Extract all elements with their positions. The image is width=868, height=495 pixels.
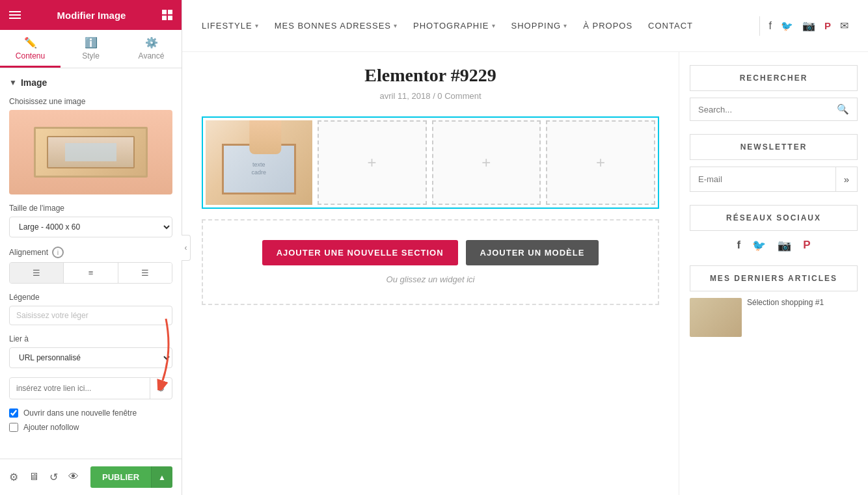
alignment-label: Alignement [9, 248, 48, 257]
link-input-group: ⚙ [9, 377, 172, 399]
add-model-btn[interactable]: AJOUTER UN MODÈLE [466, 240, 599, 265]
image-preview[interactable] [9, 110, 172, 194]
add-section-btn[interactable]: AJOUTER UNE NOUVELLE SECTION [262, 240, 458, 265]
facebook-sidebar-icon[interactable]: f [737, 239, 740, 252]
panel-header: Modifier Image [0, 0, 182, 30]
recent-articles-preview: Sélection shopping #1 [690, 298, 858, 337]
panel-tabs: ✏️ Contenu ℹ️ Style ⚙️ Avancé [0, 30, 182, 68]
top-nav: LIFESTYLE ▾ MES BONNES ADRESSES ▾ PHOTOG… [182, 0, 868, 52]
recent-articles-widget: MES DERNIERS ARTICLES Sélection shopping… [690, 265, 858, 337]
gallery-item-4[interactable]: + [546, 120, 655, 205]
alignment-info-icon: i [52, 247, 64, 258]
instagram-sidebar-icon[interactable]: 📷 [778, 239, 791, 252]
tab-style-label: Style [82, 51, 100, 60]
tab-contenu[interactable]: ✏️ Contenu [0, 30, 61, 68]
photographie-chevron-icon: ▾ [492, 22, 496, 29]
twitter-nav-icon[interactable]: 🐦 [781, 20, 793, 32]
nav-social-icons: f 🐦 📷 P ✉ [769, 20, 848, 32]
email-input[interactable] [690, 168, 835, 191]
panel-footer: ⚙ 🖥 ↺ 👁 PUBLIER ▲ [0, 459, 182, 495]
image-box [34, 127, 148, 178]
tab-style[interactable]: ℹ️ Style [61, 30, 121, 68]
link-type-select[interactable]: URL personnalisé Media File None [9, 347, 172, 368]
pinterest-sidebar-icon[interactable]: P [803, 239, 810, 252]
gallery-item-1[interactable]: textecadre [206, 120, 312, 205]
panel-content: ▼ Image Choisissez une image [0, 68, 182, 459]
shopping-chevron-icon: ▾ [563, 22, 567, 29]
search-box: 🔍 [690, 98, 858, 121]
link-input[interactable] [10, 379, 150, 398]
align-left-btn[interactable]: ☰ [10, 263, 64, 283]
facebook-nav-icon[interactable]: f [769, 20, 772, 32]
post-meta: avril 11, 2018 / 0 Comment [202, 91, 659, 101]
size-label: Taille de l'image [9, 204, 172, 213]
email-submit-btn[interactable]: » [835, 167, 857, 191]
recent-article-thumb[interactable] [690, 298, 742, 337]
gallery-item-3[interactable]: + [432, 120, 541, 205]
nofollow-checkbox[interactable] [9, 423, 18, 432]
nav-photographie[interactable]: PHOTOGRAPHIE ▾ [413, 21, 496, 31]
image-size-group: Taille de l'image Large - 4000 x 60 Medi… [9, 204, 172, 237]
nav-right: f 🐦 📷 P ✉ [759, 16, 848, 36]
nav-links: LIFESTYLE ▾ MES BONNES ADRESSES ▾ PHOTOG… [202, 21, 693, 31]
history-icon[interactable]: ↺ [49, 471, 58, 483]
bonnes-adresses-chevron-icon: ▾ [394, 22, 398, 29]
image-section-header: ▼ Image [9, 77, 172, 88]
tab-avance-label: Avancé [139, 51, 165, 60]
instagram-nav-icon[interactable]: 📷 [802, 20, 815, 32]
align-right-btn[interactable]: ☰ [118, 263, 172, 283]
post-comments: 0 Comment [437, 91, 481, 101]
link-input-wrapper: ⚙ [9, 377, 172, 399]
alignment-buttons: ☰ ≡ ☰ [9, 262, 172, 284]
grid-icon[interactable] [162, 10, 172, 20]
search-input[interactable] [690, 100, 829, 120]
right-content: LIFESTYLE ▾ MES BONNES ADRESSES ▾ PHOTOG… [182, 0, 868, 495]
tab-contenu-label: Contenu [16, 51, 45, 60]
checkbox-group: Ouvrir dans une nouvelle fenêtre Ajouter… [9, 408, 172, 432]
email-input-row: » [690, 167, 858, 192]
image-preview-content [9, 110, 172, 194]
align-center-btn[interactable]: ≡ [64, 263, 118, 283]
panel-collapse-handle[interactable]: ‹ [182, 235, 191, 261]
main-area: Elementor #9229 avril 11, 2018 / 0 Comme… [182, 52, 868, 495]
pinterest-nav-icon[interactable]: P [824, 20, 831, 31]
publish-button[interactable]: PUBLIER [90, 466, 151, 488]
panel-title: Modifier Image [57, 10, 126, 21]
size-select[interactable]: Large - 4000 x 60 Medium Thumbnail Full [9, 217, 172, 237]
right-sidebar: RECHERCHER 🔍 NEWSLETTER » RÉSEAUX SOCIAU… [679, 52, 868, 495]
checkbox-new-window: Ouvrir dans une nouvelle fenêtre [9, 408, 172, 418]
nav-contact[interactable]: CONTACT [648, 21, 693, 31]
settings-icon[interactable]: ⚙ [9, 471, 18, 483]
nav-shopping[interactable]: SHOPPING ▾ [511, 21, 568, 31]
link-settings-btn[interactable]: ⚙ [150, 378, 172, 399]
hamburger-icon[interactable] [9, 11, 21, 19]
search-btn[interactable]: 🔍 [829, 98, 857, 120]
tab-avance[interactable]: ⚙️ Avancé [121, 30, 182, 68]
new-window-label: Ouvrir dans une nouvelle fenêtre [23, 408, 137, 418]
new-window-checkbox[interactable] [9, 408, 18, 418]
nav-lifestyle[interactable]: LIFESTYLE ▾ [202, 21, 259, 31]
eye-icon[interactable]: 👁 [68, 471, 79, 483]
nav-bonnes-adresses[interactable]: MES BONNES ADRESSES ▾ [275, 21, 398, 31]
email-nav-icon[interactable]: ✉ [840, 20, 848, 32]
legend-input[interactable] [9, 306, 172, 325]
newsletter-title: NEWSLETTER [690, 134, 858, 160]
pencil-icon: ✏️ [24, 36, 37, 49]
twitter-sidebar-icon[interactable]: 🐦 [752, 239, 766, 252]
center-content: Elementor #9229 avril 11, 2018 / 0 Comme… [182, 52, 679, 495]
image-chooser-group: Choisissez une image [9, 97, 172, 194]
recent-article-label: Sélection shopping #1 [747, 298, 824, 337]
add-section-area: AJOUTER UNE NOUVELLE SECTION AJOUTER UN … [202, 219, 659, 305]
gallery-img-1: textecadre [206, 120, 312, 205]
nav-a-propos[interactable]: À PROPOS [583, 21, 632, 31]
section-title: Image [21, 77, 47, 88]
newsletter-widget: NEWSLETTER » [690, 134, 858, 192]
left-panel: Modifier Image ✏️ Contenu ℹ️ Style ⚙️ Av… [0, 0, 182, 495]
publish-dropdown-btn[interactable]: ▲ [151, 466, 172, 488]
gallery-item-2[interactable]: + [318, 120, 427, 205]
social-widget-title: RÉSEAUX SOCIAUX [690, 205, 858, 231]
add-section-buttons: AJOUTER UNE NOUVELLE SECTION AJOUTER UN … [216, 240, 645, 265]
social-widget: RÉSEAUX SOCIAUX f 🐦 📷 P [690, 205, 858, 252]
desktop-icon[interactable]: 🖥 [29, 471, 39, 483]
recent-articles-title: MES DERNIERS ARTICLES [690, 265, 858, 291]
